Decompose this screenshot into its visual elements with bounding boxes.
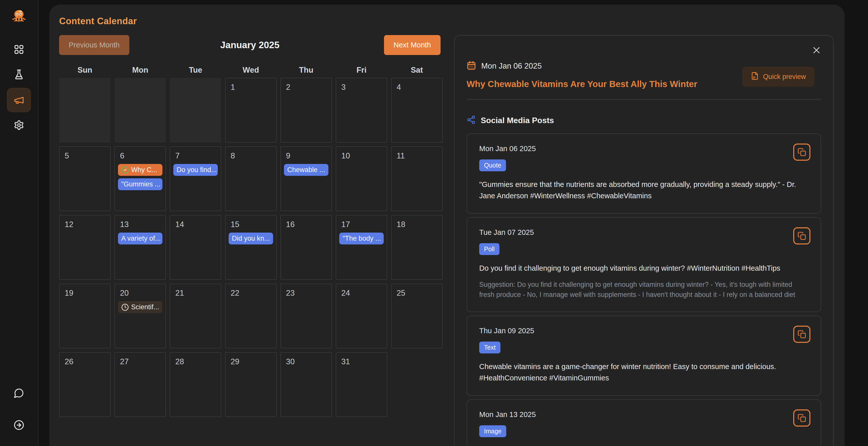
day-cell-28[interactable]: 28 bbox=[170, 352, 221, 417]
day-number: 12 bbox=[60, 215, 110, 229]
calendar-section: Content Calendar Previous Month January … bbox=[59, 4, 440, 417]
day-cell-8[interactable]: 8 bbox=[225, 146, 277, 211]
day-cell-5[interactable]: 5 bbox=[59, 146, 111, 211]
day-number: 25 bbox=[392, 284, 442, 298]
day-cell-26[interactable]: 26 bbox=[59, 352, 111, 417]
day-number: 26 bbox=[60, 353, 110, 366]
day-cell-30[interactable]: 30 bbox=[280, 352, 332, 417]
post-type-badge: Text bbox=[479, 342, 500, 353]
day-cell-9[interactable]: 9Chewable ... bbox=[280, 146, 332, 211]
grid-icon[interactable] bbox=[13, 44, 24, 55]
day-cell-31[interactable]: 31 bbox=[336, 352, 387, 417]
flask-icon[interactable] bbox=[13, 69, 24, 80]
event-chips: Scientif... bbox=[115, 301, 165, 313]
event-chip[interactable]: Why C... bbox=[118, 164, 162, 176]
event-chip-label: Chewable ... bbox=[287, 166, 325, 174]
day-cell-23[interactable]: 23 bbox=[280, 283, 332, 348]
day-cell-14[interactable]: 14 bbox=[170, 215, 221, 280]
day-number: 3 bbox=[336, 78, 387, 92]
day-number: 2 bbox=[281, 78, 332, 92]
day-number: 31 bbox=[336, 353, 387, 366]
day-cell-21[interactable]: 21 bbox=[170, 283, 221, 348]
copy-post-button[interactable] bbox=[793, 409, 810, 426]
day-number: 17 bbox=[336, 215, 387, 229]
day-cell-15[interactable]: 15Did you kn... bbox=[225, 215, 277, 280]
day-number: 22 bbox=[225, 284, 276, 298]
day-number: 18 bbox=[392, 215, 442, 229]
day-number: 20 bbox=[115, 284, 165, 298]
day-number: 5 bbox=[60, 147, 110, 161]
event-chips: "The body ... bbox=[336, 233, 387, 244]
day-cell-18[interactable]: 18 bbox=[391, 215, 442, 280]
posts-list: Mon Jan 06 2025Quote"Gummies ensure that… bbox=[467, 133, 821, 446]
day-cell-10[interactable]: 10 bbox=[336, 146, 387, 211]
day-cell-25[interactable]: 25 bbox=[391, 283, 442, 348]
day-cell-2[interactable]: 2 bbox=[280, 78, 332, 142]
day-number: 28 bbox=[170, 353, 221, 366]
day-cell-4[interactable]: 4 bbox=[391, 78, 442, 142]
post-date: Tue Jan 07 2025 bbox=[479, 228, 808, 237]
post-date: Mon Jan 13 2025 bbox=[479, 410, 808, 419]
day-cell-12[interactable]: 12 bbox=[59, 215, 111, 280]
calendar-controls: Previous Month January 2025 Next Month bbox=[59, 35, 440, 55]
arrow-right-circle-icon[interactable] bbox=[13, 420, 24, 431]
day-cell-22[interactable]: 22 bbox=[225, 283, 277, 348]
day-cell-24[interactable]: 24 bbox=[336, 283, 387, 348]
chat-bubble-icon[interactable] bbox=[13, 388, 24, 398]
day-number: 11 bbox=[392, 147, 442, 161]
previous-month-button[interactable]: Previous Month bbox=[59, 35, 129, 55]
event-chip[interactable]: Chewable ... bbox=[284, 164, 329, 176]
event-chip[interactable]: "Gummies ... bbox=[118, 178, 162, 190]
next-month-button[interactable]: Next Month bbox=[384, 35, 440, 55]
day-cell-1[interactable]: 1 bbox=[225, 78, 277, 142]
post-text: Do you find it challenging to get enough… bbox=[479, 263, 805, 274]
calendar-grid: 123456Why C..."Gummies ...7Do you find..… bbox=[59, 78, 440, 417]
day-number: 8 bbox=[225, 147, 276, 161]
day-cell-13[interactable]: 13A variety of... bbox=[115, 215, 166, 280]
copy-post-button[interactable] bbox=[793, 227, 810, 244]
post-type-badge: Image bbox=[479, 425, 506, 437]
event-chip[interactable]: A variety of... bbox=[118, 233, 162, 244]
day-cell-3[interactable]: 3 bbox=[336, 78, 387, 142]
day-cell-29[interactable]: 29 bbox=[225, 352, 277, 417]
event-chips: Why C..."Gummies ... bbox=[115, 164, 165, 190]
empty-day-cell bbox=[115, 78, 166, 142]
copy-icon bbox=[798, 232, 806, 240]
copy-post-button[interactable] bbox=[793, 143, 810, 161]
day-cell-27[interactable]: 27 bbox=[115, 352, 166, 417]
day-number: 9 bbox=[281, 147, 332, 161]
day-number: 13 bbox=[115, 215, 165, 229]
quick-preview-button[interactable]: Quick preview bbox=[742, 67, 814, 87]
day-cell-17[interactable]: 17"The body ... bbox=[336, 215, 387, 280]
day-number: 24 bbox=[336, 284, 387, 298]
event-chip[interactable]: Do you find... bbox=[173, 164, 218, 176]
event-chip-label: "Gummies ... bbox=[121, 180, 160, 188]
day-cell-20[interactable]: 20Scientif... bbox=[115, 283, 166, 348]
panel-divider bbox=[467, 99, 821, 100]
day-cell-16[interactable]: 16 bbox=[280, 215, 332, 280]
share-icon bbox=[467, 115, 476, 125]
day-header-fri: Fri bbox=[336, 66, 387, 75]
day-number: 21 bbox=[170, 284, 221, 298]
event-chip[interactable]: Scientif... bbox=[118, 301, 162, 313]
file-text-icon bbox=[751, 72, 759, 82]
event-chip[interactable]: "The body ... bbox=[339, 233, 384, 244]
day-cell-6[interactable]: 6Why C..."Gummies ... bbox=[115, 146, 166, 211]
copy-icon bbox=[798, 414, 806, 422]
gear-icon[interactable] bbox=[13, 120, 24, 130]
day-cell-7[interactable]: 7Do you find... bbox=[170, 146, 221, 211]
octopus-logo[interactable] bbox=[11, 7, 27, 23]
clock-icon bbox=[121, 304, 129, 311]
day-cell-11[interactable]: 11 bbox=[391, 146, 442, 211]
copy-icon bbox=[798, 330, 806, 339]
event-chip-label: A variety of... bbox=[121, 235, 161, 242]
close-icon[interactable] bbox=[811, 45, 822, 56]
event-chips: Chewable ... bbox=[281, 164, 332, 176]
megaphone-icon[interactable] bbox=[7, 88, 31, 112]
main-container: Content Calendar Previous Month January … bbox=[49, 4, 844, 446]
event-chip[interactable]: Did you kn... bbox=[228, 233, 273, 244]
day-cell-19[interactable]: 19 bbox=[59, 283, 111, 348]
day-header-sat: Sat bbox=[391, 66, 442, 75]
copy-post-button[interactable] bbox=[793, 326, 810, 343]
post-card: Tue Jan 07 2025PollDo you find it challe… bbox=[467, 217, 821, 312]
